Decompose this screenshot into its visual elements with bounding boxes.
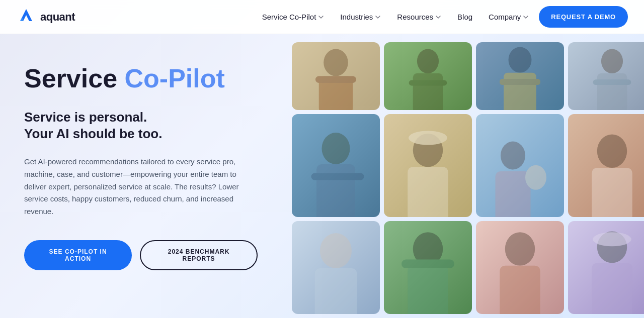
svg-point-23 xyxy=(320,233,352,268)
svg-rect-7 xyxy=(504,73,536,110)
nav-item-company[interactable]: Company xyxy=(482,9,535,25)
image-cell-4 xyxy=(568,42,644,110)
svg-rect-27 xyxy=(401,260,454,269)
svg-rect-24 xyxy=(315,268,357,314)
svg-point-21 xyxy=(597,135,627,168)
nav-label-industries: Industries xyxy=(340,13,373,21)
chevron-down-icon xyxy=(523,14,529,20)
svg-rect-11 xyxy=(593,79,631,85)
nav-item-blog[interactable]: Blog xyxy=(451,9,478,25)
image-cell-9 xyxy=(292,221,380,314)
nav-label-company: Company xyxy=(489,13,521,21)
image-mosaic xyxy=(292,42,644,314)
svg-rect-31 xyxy=(592,263,632,314)
image-cell-3 xyxy=(476,42,564,110)
svg-point-0 xyxy=(324,49,348,76)
svg-rect-14 xyxy=(311,173,364,180)
svg-point-20 xyxy=(525,165,546,190)
svg-point-6 xyxy=(509,47,532,72)
svg-rect-19 xyxy=(496,171,531,217)
navbar: aquant Service Co-Pilot Industries Resou… xyxy=(0,0,644,34)
hero-title-highlight: Co-Pilot xyxy=(125,64,225,93)
image-cell-12 xyxy=(568,221,644,314)
hero-subtitle-line2: Your AI should be too. xyxy=(24,126,162,141)
aquant-logo-icon xyxy=(16,7,36,27)
svg-point-32 xyxy=(593,232,631,246)
svg-point-18 xyxy=(501,142,525,170)
svg-rect-2 xyxy=(315,76,356,83)
nav-item-resources[interactable]: Resources xyxy=(391,9,447,25)
svg-rect-8 xyxy=(500,79,540,85)
svg-point-9 xyxy=(601,49,623,74)
image-cell-7 xyxy=(476,114,564,217)
hero-content: Service Co-Pilot Service is personal. Yo… xyxy=(0,34,282,270)
svg-rect-29 xyxy=(500,266,540,314)
svg-rect-26 xyxy=(408,266,448,314)
nav-links: Service Co-Pilot Industries Resources Bl… xyxy=(256,6,628,28)
request-demo-button[interactable]: REQUEST A DEMO xyxy=(539,6,628,28)
hero-title-plain: Service xyxy=(24,64,117,93)
hero-image-grid xyxy=(282,34,644,318)
nav-label-resources: Resources xyxy=(397,13,433,21)
svg-rect-5 xyxy=(409,80,447,86)
svg-rect-22 xyxy=(592,168,632,217)
benchmark-reports-button[interactable]: 2024 BENCHMARK REPORTS xyxy=(140,240,258,270)
svg-point-3 xyxy=(417,49,439,74)
see-copilot-button[interactable]: SEE CO-PILOT IN ACTION xyxy=(24,240,132,270)
logo[interactable]: aquant xyxy=(16,7,75,27)
svg-rect-4 xyxy=(413,73,443,110)
svg-point-16 xyxy=(409,131,447,145)
hero-title: Service Co-Pilot xyxy=(24,64,258,93)
logo-text: aquant xyxy=(40,11,75,24)
image-cell-10 xyxy=(384,221,472,314)
nav-item-industries[interactable]: Industries xyxy=(334,9,387,25)
nav-label-service-copilot: Service Co-Pilot xyxy=(262,13,316,21)
svg-point-28 xyxy=(505,232,535,266)
image-cell-11 xyxy=(476,221,564,314)
nav-label-blog: Blog xyxy=(457,13,472,21)
svg-rect-17 xyxy=(408,167,448,217)
svg-point-12 xyxy=(322,133,350,164)
hero-subtitle: Service is personal. Your AI should be t… xyxy=(24,109,258,142)
image-cell-1 xyxy=(292,42,380,110)
hero-subtitle-line1: Service is personal. xyxy=(24,110,147,125)
image-cell-6 xyxy=(384,114,472,217)
hero-section: Service Co-Pilot Service is personal. Yo… xyxy=(0,0,644,318)
hero-buttons: SEE CO-PILOT IN ACTION 2024 BENCHMARK RE… xyxy=(24,240,258,270)
svg-rect-10 xyxy=(597,73,627,110)
image-cell-5 xyxy=(292,114,380,217)
image-cell-2 xyxy=(384,42,472,110)
image-cell-8 xyxy=(568,114,644,217)
chevron-down-icon xyxy=(375,14,381,20)
chevron-down-icon xyxy=(435,14,441,20)
hero-description: Get AI-powered recommendations tailored … xyxy=(24,156,258,218)
chevron-down-icon xyxy=(318,14,324,20)
nav-item-service-copilot[interactable]: Service Co-Pilot xyxy=(256,9,331,25)
svg-rect-13 xyxy=(316,164,355,217)
